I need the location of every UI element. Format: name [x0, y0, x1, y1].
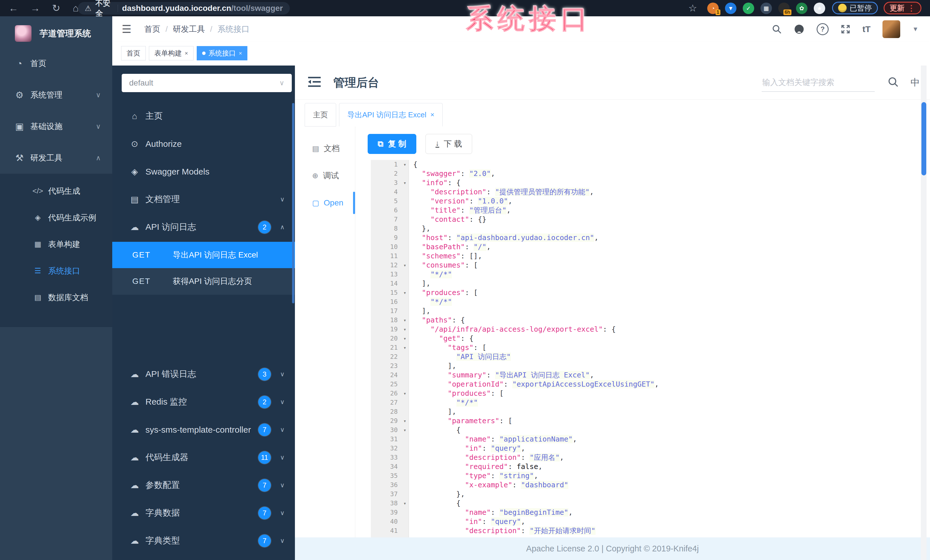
code-token: "required" — [465, 462, 508, 471]
gutter-line: 36 — [371, 480, 409, 489]
swagger-group-4[interactable]: ☁代码生成器11∨ — [112, 443, 295, 471]
swagger-group-1[interactable]: ☁API 错误日志3∨ — [112, 360, 295, 388]
fold-icon[interactable]: ▾ — [403, 288, 406, 297]
code-token: : — [487, 188, 495, 196]
gutter-line: 25 — [371, 380, 409, 389]
browser-back-icon[interactable]: ← — [9, 0, 18, 16]
app-logo-row[interactable]: 芋道管理系统 — [0, 22, 112, 45]
user-caret-icon[interactable]: ▼ — [912, 26, 919, 33]
swagger-item-3[interactable]: ◈Swagger Models — [112, 158, 295, 186]
code-token: : — [482, 444, 491, 453]
fold-icon[interactable]: ▾ — [403, 334, 406, 343]
extension-orange[interactable]: ◔1 — [707, 3, 719, 14]
sidebar-scrollbar-thumb[interactable] — [292, 103, 294, 303]
close-icon[interactable]: × — [239, 50, 242, 57]
language-toggle-icon[interactable]: 中 — [910, 77, 920, 89]
hamburger-icon[interactable]: ☰ — [122, 16, 131, 42]
swagger-item-2[interactable]: ⊙Authorize — [112, 130, 295, 158]
gutter-line: 24 — [371, 371, 409, 380]
sidebar-item-4[interactable]: ⚒研发工具∧ — [0, 142, 112, 174]
fold-icon[interactable]: ▾ — [403, 316, 406, 325]
browser-reload-icon[interactable]: ↻ — [52, 0, 60, 16]
cloud-icon: ☁ — [128, 369, 141, 379]
code-token: { — [456, 426, 461, 434]
paused-extension-button[interactable]: 已暂停 — [832, 2, 878, 14]
bookmark-star-icon[interactable]: ☆ — [688, 0, 697, 16]
sidebar-subitem-5[interactable]: ▤数据库文档 — [0, 284, 112, 311]
side-tab-Open[interactable]: ▢Open — [295, 190, 355, 215]
search-icon[interactable] — [772, 24, 782, 34]
collapse-sidebar-icon[interactable] — [307, 75, 322, 90]
sidebar-subitem-label: 代码生成示例 — [48, 212, 96, 223]
sidebar-subitem-3[interactable]: ▦表单构建 — [0, 231, 112, 258]
app-sidebar: 芋道管理系统 ◔首页⚙系统管理∨▣基础设施∨⚒研发工具∧ </>代码生成◈代码生… — [0, 16, 112, 560]
swagger-group-7[interactable]: ☁字典类型7∨ — [112, 527, 295, 555]
swagger-group-6[interactable]: ☁字典数据7∨ — [112, 499, 295, 527]
fold-icon[interactable]: ▾ — [403, 499, 406, 508]
code-token: : — [491, 508, 499, 517]
fold-icon[interactable]: ▾ — [403, 389, 406, 398]
breadcrumb-item[interactable]: 研发工具 — [173, 24, 205, 35]
doc-tab-主页[interactable]: 主页 — [305, 103, 336, 126]
editor-code[interactable]: { "swagger": "2.0", "info": { "descripti… — [409, 160, 919, 537]
sidebar-subitem-4[interactable]: ☰系统接口 — [0, 258, 112, 284]
user-avatar[interactable] — [882, 20, 900, 38]
font-size-icon[interactable]: tT — [862, 24, 870, 34]
extension-grid[interactable]: ▦ — [761, 3, 772, 14]
tag-表单构建[interactable]: 表单构建× — [149, 46, 194, 60]
help-icon[interactable]: ? — [817, 23, 828, 35]
swagger-group-8[interactable]: ☁定时任务10∨ — [112, 555, 295, 560]
browser-update-button[interactable]: 更新 ⋮ — [884, 2, 921, 14]
swagger-group-5[interactable]: ☁参数配置7∨ — [112, 471, 295, 499]
sidebar-item-1[interactable]: ◔首页 — [0, 48, 112, 79]
not-secure-label: 不安全 — [95, 0, 113, 18]
operation-item-1[interactable]: GET导出API 访问日志 Excel — [112, 242, 295, 268]
swagger-group-2[interactable]: ☁Redis 监控2∨ — [112, 388, 295, 416]
github-icon[interactable] — [794, 24, 805, 35]
swagger-item-4[interactable]: ▤文档管理∨ — [112, 186, 295, 213]
extension-star-white[interactable]: ★ — [814, 3, 825, 14]
extension-6h[interactable]: 6h — [778, 3, 790, 14]
fold-icon[interactable]: ▾ — [403, 178, 406, 187]
tag-首页[interactable]: 首页 — [121, 46, 146, 60]
fold-icon[interactable]: ▾ — [403, 325, 406, 334]
extension-check-green[interactable]: ✓ — [743, 3, 754, 14]
sidebar-subitem-2[interactable]: ◈代码生成示例 — [0, 204, 112, 231]
doc-search-icon[interactable] — [888, 77, 899, 89]
doc-tab-导出API 访问日志 Excel[interactable]: 导出API 访问日志 Excel× — [339, 103, 443, 126]
close-icon[interactable]: × — [430, 111, 434, 119]
extension-pin-blue[interactable]: ▼ — [725, 3, 736, 14]
sidebar-subitem-1[interactable]: </>代码生成 — [0, 178, 112, 204]
copy-button[interactable]: ⧉ 复 制 — [368, 134, 416, 154]
extension-leaf[interactable]: ✿ — [796, 3, 807, 14]
side-tab-调试[interactable]: ⊕调试 — [295, 163, 355, 188]
address-bar[interactable]: ⚠ 不安全 dashboard.yudao.iocoder.cn/tool/sw… — [78, 2, 290, 15]
fold-icon[interactable]: ▾ — [403, 425, 406, 435]
swagger-group-3[interactable]: ☁sys-sms-template-controller7∨ — [112, 416, 295, 443]
window-scrollbar-thumb[interactable] — [921, 102, 926, 175]
side-tab-文档[interactable]: ▤文档 — [295, 136, 355, 161]
doc-search-input[interactable] — [762, 74, 876, 91]
open-icon: ▢ — [312, 199, 319, 207]
fold-icon[interactable]: ▾ — [403, 416, 406, 425]
download-button[interactable]: ↓ 下 载 — [425, 134, 472, 154]
close-icon[interactable]: × — [185, 50, 188, 57]
fullscreen-icon[interactable] — [841, 24, 850, 34]
sidebar-item-2[interactable]: ⚙系统管理∨ — [0, 79, 112, 111]
doc-search[interactable] — [762, 74, 875, 92]
browser-forward-icon[interactable]: → — [30, 0, 40, 16]
operation-item-2[interactable]: GET获得API 访问日志分页 — [112, 268, 295, 295]
tag-系统接口[interactable]: 系统接口× — [197, 46, 248, 60]
fold-icon[interactable]: ▾ — [403, 160, 406, 169]
swagger-item-1[interactable]: ⌂主页 — [112, 102, 295, 130]
fold-icon[interactable]: ▾ — [403, 343, 406, 352]
gutter-line: 41 — [371, 526, 409, 535]
code-token: "api-dashboard.yudao.iocoder.cn" — [456, 233, 594, 242]
breadcrumb-item[interactable]: 首页 — [144, 24, 160, 35]
code-token: "parameters" — [448, 417, 499, 425]
api-group-select[interactable]: default ∨ — [122, 74, 292, 92]
browser-menu-icon[interactable]: ⋮ — [907, 3, 915, 13]
sidebar-item-3[interactable]: ▣基础设施∨ — [0, 111, 112, 142]
swagger-item-5[interactable]: ☁API 访问日志2∧ — [112, 213, 295, 241]
fold-icon[interactable]: ▾ — [403, 261, 406, 270]
